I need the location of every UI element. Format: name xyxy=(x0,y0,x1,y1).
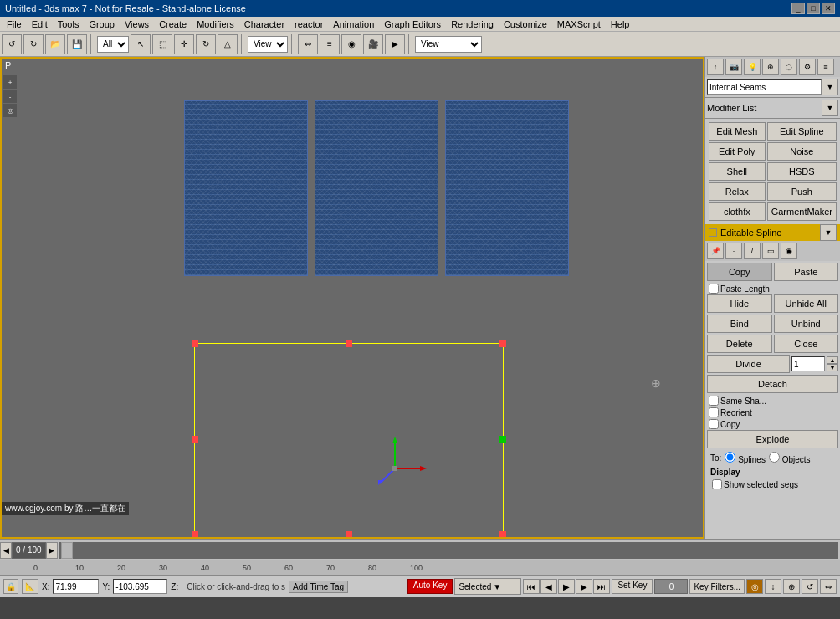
timeline-right-arrow[interactable]: ▶ xyxy=(46,542,58,559)
rp-icon-space[interactable]: ◌ xyxy=(781,59,797,75)
splines-radio[interactable] xyxy=(725,452,735,463)
detach-button[interactable]: Detach xyxy=(707,375,838,393)
menu-maxscript[interactable]: MAXScript xyxy=(552,17,606,32)
tb-redo[interactable]: ↻ xyxy=(23,34,44,54)
sub-icon-edge[interactable]: / xyxy=(744,243,761,259)
view-dropdown[interactable]: View xyxy=(248,36,288,53)
edit-poly-btn[interactable]: Edit Poly xyxy=(709,142,766,161)
tb-render[interactable]: ▶ xyxy=(385,34,405,54)
push-btn[interactable]: Push xyxy=(767,182,837,201)
nav-btn-3[interactable]: ⊕ xyxy=(783,579,800,594)
frame-input[interactable] xyxy=(654,579,688,594)
reorient-checkbox[interactable] xyxy=(709,407,719,417)
menu-edit[interactable]: Edit xyxy=(27,17,53,32)
set-key-button[interactable]: Set Key xyxy=(612,579,653,594)
timeline-track[interactable] xyxy=(59,542,838,559)
lock-button[interactable]: 🔒 xyxy=(3,579,18,594)
vp-icon-1[interactable]: + xyxy=(3,75,17,89)
objects-radio[interactable] xyxy=(769,452,780,463)
nav-btn-1[interactable]: ◎ xyxy=(746,579,763,594)
menu-tools[interactable]: Tools xyxy=(53,17,85,32)
divide-input[interactable] xyxy=(791,356,825,371)
show-selected-checkbox[interactable] xyxy=(712,479,722,489)
menu-character[interactable]: Character xyxy=(239,17,289,32)
add-time-tag-btn[interactable]: Add Time Tag xyxy=(289,581,348,593)
bind-button[interactable]: Bind xyxy=(707,315,772,333)
tb-material[interactable]: ◉ xyxy=(341,34,361,54)
handle-mid-t[interactable] xyxy=(346,340,352,347)
hsds-btn[interactable]: HSDS xyxy=(767,162,837,181)
edit-mesh-btn[interactable]: Edit Mesh xyxy=(709,122,766,141)
rp-icon-light[interactable]: 💡 xyxy=(744,59,761,75)
go-end-btn[interactable]: ⏭ xyxy=(593,579,610,594)
internal-seams-input[interactable] xyxy=(707,79,822,95)
render-view-dropdown[interactable]: View xyxy=(415,36,482,53)
copy-checkbox[interactable] xyxy=(709,419,719,429)
rp-icon-move[interactable]: ↑ xyxy=(707,59,724,75)
tb-move[interactable]: ✛ xyxy=(174,34,194,54)
tb-open[interactable]: 📂 xyxy=(45,34,65,54)
rp-icon-helper[interactable]: ⊕ xyxy=(762,59,779,75)
nav-btn-4[interactable]: ↺ xyxy=(802,579,818,594)
same-shape-checkbox[interactable] xyxy=(709,396,719,406)
sub-icon-element[interactable]: ◉ xyxy=(781,243,797,259)
rp-icon-settings[interactable]: ≡ xyxy=(817,59,834,75)
viewport[interactable]: P xyxy=(0,57,704,539)
menu-animation[interactable]: Animation xyxy=(328,17,379,32)
next-frame-btn[interactable]: ▶ xyxy=(576,579,592,594)
play-btn[interactable]: ▶ xyxy=(558,579,575,594)
garment-maker-btn[interactable]: GarmentMaker xyxy=(767,202,837,221)
tb-select[interactable]: ↖ xyxy=(131,34,151,54)
key-filters-btn[interactable]: Key Filters... xyxy=(689,579,745,594)
rp-icon-camera[interactable]: 📷 xyxy=(725,59,742,75)
auto-key-button[interactable]: Auto Key xyxy=(407,579,453,594)
menu-rendering[interactable]: Rendering xyxy=(446,17,499,32)
close-button[interactable]: ✕ xyxy=(822,3,835,14)
menu-reactor[interactable]: reactor xyxy=(289,17,328,32)
edit-spline-btn[interactable]: Edit Spline xyxy=(767,122,837,141)
unhide-all-button[interactable]: Unhide All xyxy=(774,294,839,313)
menu-graph-editors[interactable]: Graph Editors xyxy=(379,17,446,32)
tb-render-setup[interactable]: 🎥 xyxy=(363,34,383,54)
tb-align[interactable]: ≡ xyxy=(320,34,340,54)
modifier-list-menu[interactable]: ▼ xyxy=(822,100,838,116)
handle-br[interactable] xyxy=(499,531,506,538)
paste-length-checkbox[interactable] xyxy=(709,284,719,294)
prev-frame-btn[interactable]: ◀ xyxy=(540,579,557,594)
paste-button[interactable]: Paste xyxy=(774,263,839,281)
handle-tr[interactable] xyxy=(499,340,506,347)
noise-btn[interactable]: Noise xyxy=(767,142,837,161)
tb-select-region[interactable]: ⬚ xyxy=(152,34,172,54)
tb-rotate[interactable]: ↻ xyxy=(196,34,216,54)
shell-btn[interactable]: Shell xyxy=(709,162,766,181)
menu-views[interactable]: Views xyxy=(120,17,154,32)
menu-create[interactable]: Create xyxy=(154,17,192,32)
coord-type[interactable]: 📐 xyxy=(22,579,38,594)
rp-icon-systems[interactable]: ⚙ xyxy=(799,59,816,75)
relax-btn[interactable]: Relax xyxy=(709,182,766,201)
divide-up[interactable]: ▲ xyxy=(827,356,838,364)
go-start-btn[interactable]: ⏮ xyxy=(523,579,540,594)
menu-modifiers[interactable]: Modifiers xyxy=(192,17,239,32)
sub-icon-vertex[interactable]: · xyxy=(725,243,742,259)
explode-button[interactable]: Explode xyxy=(707,430,838,448)
maximize-button[interactable]: □ xyxy=(807,3,820,14)
menu-help[interactable]: Help xyxy=(606,17,635,32)
editable-spline-menu[interactable]: ▼ xyxy=(820,224,837,241)
divide-button[interactable]: Divide xyxy=(707,355,790,373)
menu-file[interactable]: File xyxy=(2,17,27,32)
clothfx-btn[interactable]: clothfx xyxy=(709,202,766,221)
nav-btn-5[interactable]: ⇔ xyxy=(820,579,837,594)
y-input[interactable] xyxy=(113,579,167,594)
vp-icon-3[interactable]: ◎ xyxy=(3,104,17,117)
menu-group[interactable]: Group xyxy=(84,17,120,32)
sub-icon-face[interactable]: ▭ xyxy=(762,243,779,259)
handle-mid-l[interactable] xyxy=(192,436,198,443)
copy-button[interactable]: Copy xyxy=(707,263,772,281)
menu-customize[interactable]: Customize xyxy=(499,17,552,32)
tb-scale[interactable]: △ xyxy=(218,34,238,54)
selected-dropdown[interactable]: Selected ▼ xyxy=(454,578,521,595)
handle-tl[interactable] xyxy=(192,340,198,347)
handle-mid-b[interactable] xyxy=(346,531,352,538)
tb-mirror[interactable]: ⇔ xyxy=(298,34,318,54)
